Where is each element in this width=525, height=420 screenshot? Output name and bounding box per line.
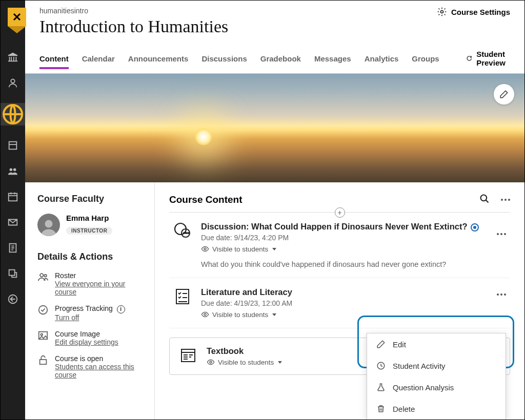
pencil-icon <box>499 90 509 99</box>
svg-point-11 <box>40 274 43 277</box>
svg-rect-2 <box>9 142 17 150</box>
roster-link[interactable]: View everyone in your course <box>55 280 142 296</box>
course-open-label: Course is open <box>55 354 142 363</box>
visibility-toggle[interactable]: Visible to students <box>201 310 506 319</box>
nav-organizations-icon[interactable] <box>7 140 18 151</box>
info-icon[interactable]: i <box>117 305 125 313</box>
nav-institution-icon[interactable] <box>7 52 18 63</box>
svg-point-17 <box>481 195 487 201</box>
edit-banner-button[interactable] <box>494 84 514 104</box>
item-title: Literature and Literacy <box>201 287 506 297</box>
course-settings-button[interactable]: Course Settings <box>437 7 510 17</box>
eye-icon <box>207 358 215 366</box>
svg-rect-26 <box>181 349 195 362</box>
people-icon <box>37 271 49 283</box>
svg-point-4 <box>13 169 16 172</box>
faculty-role-badge: INSTRUCTOR <box>66 227 112 235</box>
search-button[interactable] <box>479 194 490 206</box>
faculty-name: Emma Harp <box>66 214 112 222</box>
course-sidebar: Course Faculty Emma Harp INSTRUCTOR Deta… <box>25 182 155 419</box>
tab-analytics[interactable]: Analytics <box>365 54 399 69</box>
student-preview-label: Student Preview <box>476 50 510 67</box>
nav-courses-icon[interactable] <box>1 103 25 125</box>
page-title: Introduction to Humanities <box>39 17 228 36</box>
eye-icon <box>201 245 209 253</box>
breadcrumb: humanitiesintro <box>39 7 228 15</box>
faculty-heading: Course Faculty <box>37 194 142 204</box>
svg-point-13 <box>39 306 48 314</box>
progress-label: Progress Tracking i <box>55 304 125 313</box>
banner-sun <box>195 128 212 145</box>
item-more-button[interactable] <box>497 293 506 296</box>
nav-grades-icon[interactable] <box>7 242 18 254</box>
close-icon <box>13 13 21 21</box>
search-icon <box>479 194 490 204</box>
svg-point-22 <box>188 233 189 234</box>
svg-point-27 <box>210 361 212 363</box>
nav-profile-icon[interactable] <box>7 77 18 89</box>
item-context-menu: Edit Student Activity Question Analysis … <box>367 333 506 419</box>
person-icon <box>39 218 58 236</box>
tab-discussions[interactable]: Discussions <box>201 54 247 69</box>
chevron-down-icon <box>272 313 276 316</box>
menu-edit[interactable]: Edit <box>367 333 506 355</box>
image-icon <box>37 330 49 341</box>
progress-link[interactable]: Turn off <box>55 313 125 322</box>
content-item-discussion[interactable]: Discussion: What Could Happen if Dinosau… <box>169 213 510 278</box>
visibility-toggle[interactable]: Visible to students <box>201 245 506 253</box>
tab-content[interactable]: Content <box>39 54 69 69</box>
flask-icon <box>376 383 386 392</box>
menu-edit-label: Edit <box>393 340 406 349</box>
menu-student-activity[interactable]: Student Activity <box>367 355 506 376</box>
check-circle-icon <box>37 304 49 316</box>
course-image-label: Course Image <box>55 330 118 338</box>
item-title: Discussion: What Could Happen if Dinosau… <box>201 222 506 232</box>
clock-icon <box>376 361 386 370</box>
tab-gradebook[interactable]: Gradebook <box>260 54 301 69</box>
sidebar-item-progress: Progress Tracking i Turn off <box>37 304 142 322</box>
nav-calendar-icon[interactable] <box>7 191 18 202</box>
goal-alignment-icon[interactable] <box>471 223 479 232</box>
refresh-icon <box>466 53 472 64</box>
svg-point-25 <box>204 313 206 316</box>
svg-rect-7 <box>9 270 15 276</box>
svg-point-21 <box>186 233 187 234</box>
course-open-link[interactable]: Students can access this course <box>55 363 142 379</box>
item-due-date: Due date: 9/14/23, 4:20 PM <box>201 234 506 242</box>
trash-icon <box>376 404 386 413</box>
tab-announcements[interactable]: Announcements <box>128 54 189 69</box>
nav-groups-icon[interactable] <box>7 165 18 177</box>
menu-delete[interactable]: Delete <box>367 398 506 419</box>
sidebar-item-course-image: Course Image Edit display settings <box>37 330 142 346</box>
course-image-link[interactable]: Edit display settings <box>55 338 118 346</box>
menu-question-analysis[interactable]: Question Analysis <box>367 376 506 398</box>
chevron-down-icon <box>278 361 282 364</box>
document-icon <box>179 346 197 365</box>
nav-signout-icon[interactable] <box>7 293 18 305</box>
details-heading: Details & Actions <box>37 251 142 262</box>
content-more-button[interactable] <box>501 199 510 201</box>
item-description: What do you think could've happened if d… <box>201 260 506 268</box>
tab-groups[interactable]: Groups <box>412 54 439 69</box>
tab-calendar[interactable]: Calendar <box>82 54 115 69</box>
eye-icon <box>201 310 209 319</box>
avatar[interactable] <box>37 214 60 236</box>
unlock-icon <box>37 354 49 366</box>
course-banner <box>25 74 524 182</box>
student-preview-button[interactable]: Student Preview <box>466 50 511 73</box>
close-course-button[interactable] <box>8 8 26 26</box>
svg-point-12 <box>44 275 47 277</box>
svg-point-3 <box>10 169 12 172</box>
menu-student-activity-label: Student Activity <box>393 362 446 370</box>
nav-tools-icon[interactable] <box>7 268 18 279</box>
svg-rect-5 <box>9 194 17 201</box>
content-item-assessment[interactable]: Literature and Literacy Due date: 4/19/2… <box>169 278 510 328</box>
tab-messages[interactable]: Messages <box>314 54 351 69</box>
nav-messages-icon[interactable] <box>7 217 18 228</box>
item-more-button[interactable] <box>497 233 506 235</box>
menu-question-analysis-label: Question Analysis <box>393 383 454 392</box>
svg-point-10 <box>45 220 53 228</box>
content-heading: Course Content <box>169 194 479 205</box>
svg-rect-16 <box>40 360 47 364</box>
menu-delete-label: Delete <box>393 405 415 413</box>
